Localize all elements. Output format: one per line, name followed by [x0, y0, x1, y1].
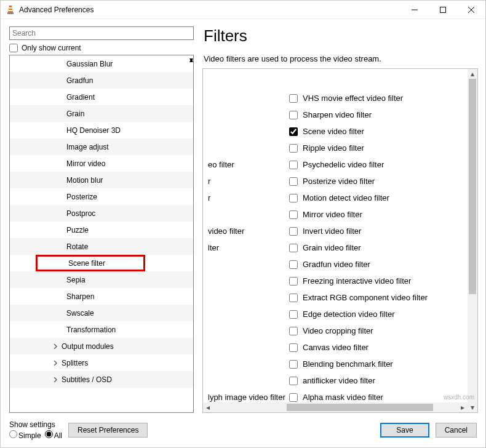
filters-box: eo filterrrvideo filterlterlyph image vi… [202, 68, 478, 413]
tree-item[interactable]: Puzzle [10, 222, 193, 238]
filter-checkbox[interactable] [289, 377, 298, 385]
filter-checkbox[interactable] [289, 227, 298, 236]
tree-item-label: Transformation [66, 326, 116, 334]
tree-item[interactable]: Posterize [10, 188, 193, 205]
tree-item[interactable]: Sharpen [10, 288, 193, 305]
filter-row: Blending benchmark filter [203, 356, 468, 372]
filter-checkbox[interactable] [289, 144, 298, 153]
tree-item[interactable]: Splitters [10, 354, 193, 371]
svg-rect-1 [9, 7, 12, 9]
hscroll-track[interactable] [213, 402, 458, 412]
show-settings-label: Show settings [9, 420, 62, 429]
filter-row: Video cropping filter [203, 322, 468, 339]
cancel-button[interactable]: Cancel [436, 423, 477, 438]
chevron-right-icon[interactable] [52, 359, 59, 367]
only-show-current[interactable]: Only show current [9, 44, 194, 52]
tree-item[interactable]: HQ Denoiser 3D [10, 122, 193, 138]
filter-checkbox[interactable] [289, 177, 298, 186]
vlc-icon [6, 5, 15, 15]
tree-item[interactable]: Gaussian Blur [10, 55, 193, 72]
tree-item[interactable]: Transformation [10, 321, 193, 338]
filter-row: Freezing interactive video filter [203, 273, 468, 289]
tree-scrollbar[interactable]: ▴ ▾ [189, 55, 193, 64]
filter-checkbox[interactable] [289, 360, 298, 369]
radio-all-input[interactable] [45, 430, 53, 438]
chevron-right-icon[interactable] [52, 343, 59, 350]
radio-all[interactable]: All [45, 430, 62, 440]
chevron-right-icon[interactable] [52, 376, 59, 383]
minimize-button[interactable] [400, 1, 429, 19]
scroll-left-icon[interactable]: ◂ [203, 402, 213, 412]
filters-hscroll[interactable]: ◂ ▸ [203, 402, 468, 412]
tree-item[interactable]: Mirror video [10, 155, 193, 172]
tree-item[interactable]: Sepia [10, 271, 193, 288]
tree-item[interactable]: Grain [10, 105, 193, 122]
filter-checkbox[interactable] [289, 94, 298, 103]
titlebar: Advanced Preferences [1, 1, 485, 19]
filter-checkbox[interactable] [289, 127, 298, 136]
scroll-right-icon[interactable]: ▸ [458, 402, 468, 412]
filter-checkbox[interactable] [289, 393, 298, 402]
tree-item[interactable]: Motion blur [10, 172, 193, 188]
show-settings: Show settings Simple All [9, 420, 62, 440]
tree-item[interactable]: Swscale [10, 305, 193, 321]
tree-item-label: Rotate [66, 242, 88, 251]
left-panel: Only show current Gaussian BlurGradfunGr… [9, 26, 194, 413]
tree-item-label: Scene filter [68, 259, 105, 268]
filter-row: Ripple video filter [203, 140, 468, 156]
filter-checkbox[interactable] [289, 277, 298, 286]
filter-checkbox[interactable] [289, 310, 298, 319]
filter-label: VHS movie effect video filter [303, 94, 403, 103]
scroll-up-icon[interactable]: ▴ [468, 69, 477, 79]
page-title: Filters [204, 26, 479, 46]
radio-simple-input[interactable] [9, 430, 17, 438]
filter-checkbox[interactable] [289, 194, 298, 202]
tree-item[interactable]: Gradient [10, 89, 193, 105]
tree-item-label: Swscale [66, 309, 94, 318]
filter-checkbox[interactable] [289, 327, 298, 335]
tree-item[interactable]: Gradfun [10, 72, 193, 89]
search-input[interactable] [9, 26, 194, 40]
maximize-button[interactable] [429, 1, 457, 19]
filter-row: Scene video filter [203, 123, 468, 140]
filter-label: Grain video filter [303, 243, 361, 252]
filter-checkbox[interactable] [289, 294, 298, 302]
filter-checkbox[interactable] [289, 244, 298, 252]
tree-item[interactable]: Output modules [10, 338, 193, 354]
tree-item[interactable]: Scene filter [36, 255, 145, 271]
only-show-current-checkbox[interactable] [9, 44, 18, 52]
hscroll-thumb[interactable] [287, 404, 433, 411]
tree-item[interactable]: Subtitles / OSD [10, 371, 193, 388]
clipped-label: eo filter [208, 160, 234, 169]
close-button[interactable] [457, 1, 485, 19]
save-button[interactable]: Save [380, 423, 429, 438]
filter-checkbox[interactable] [289, 343, 298, 352]
tree-item[interactable]: Image adjust [10, 138, 193, 155]
right-panel: Filters Video filters are used to proces… [202, 26, 479, 413]
filter-row: Psychedelic video filter [203, 156, 468, 173]
filter-label: Gradfun video filter [303, 260, 370, 269]
window-title: Advanced Preferences [19, 6, 400, 14]
filter-checkbox[interactable] [289, 210, 298, 219]
filter-checkbox[interactable] [289, 111, 298, 119]
reset-preferences-button[interactable]: Reset Preferences [68, 423, 148, 438]
tree-item-label: Postproc [66, 209, 95, 218]
tree-item[interactable]: Postproc [10, 205, 193, 222]
scroll-down-icon[interactable]: ▾ [189, 55, 193, 64]
tree-item-label: Grain [66, 110, 84, 118]
filter-label: Blending benchmark filter [303, 359, 393, 369]
clipped-label: lter [208, 243, 219, 252]
tree-item-label: Image adjust [66, 143, 109, 151]
filter-checkbox[interactable] [289, 260, 298, 269]
filter-checkbox[interactable] [289, 161, 298, 169]
filters-vscroll[interactable]: ▴ ▾ [468, 69, 477, 412]
filter-label: Invert video filter [303, 226, 361, 236]
scroll-thumb[interactable] [469, 79, 476, 294]
tree-item[interactable]: Rotate [10, 238, 193, 255]
radio-simple[interactable]: Simple [9, 430, 41, 440]
scroll-down-icon[interactable]: ▾ [468, 402, 477, 412]
filter-row: Sharpen video filter [203, 106, 468, 123]
tree-item-label: Splitters [62, 359, 88, 367]
filter-label: antiflicker video filter [303, 376, 375, 385]
clipped-label: r [208, 193, 210, 202]
